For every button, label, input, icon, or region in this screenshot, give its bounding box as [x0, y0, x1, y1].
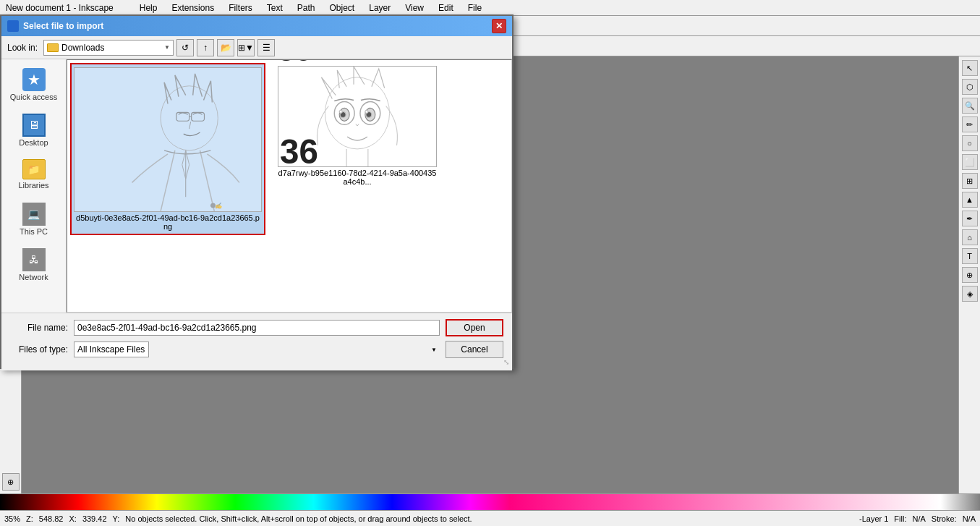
desktop-icon: 🖥	[22, 114, 46, 137]
z-label: Z:	[26, 514, 33, 523]
filetype-label: Files of type:	[10, 344, 68, 355]
rt-btn-6[interactable]: ⬜	[962, 154, 978, 170]
layer-name: -Layer 1	[859, 514, 888, 523]
y-status-label: Y:	[113, 514, 120, 523]
zoom-level: 35%	[4, 514, 20, 523]
filetype-row: Files of type: All Inkscape Files ▼ Canc…	[10, 341, 503, 358]
look-in-dropdown[interactable]: Downloads ▼	[43, 40, 174, 56]
select-arrow-icon: ▼	[431, 347, 437, 353]
file-item-2[interactable]: 36	[274, 63, 440, 235]
status-message: No objects selected. Click, Shift+click,…	[125, 514, 853, 523]
dialog-title-left: Select file to import	[7, 20, 103, 32]
dialog-sidebar: ★ Quick access 🖥 Desktop 📁 Libraries 💻 T…	[1, 59, 67, 313]
rt-btn-12[interactable]: ⊕	[962, 267, 978, 283]
nav-new-folder-button[interactable]: 📂	[217, 39, 234, 56]
right-toolbar: ↖ ⬡ 🔍 ✏ ○ ⬜ ⊞ ▲ ✒ ⌂ T ⊕ ◈	[958, 56, 980, 493]
menu-layer[interactable]: Layer	[366, 1, 393, 14]
app-title: New document 1 - Inkscape	[6, 3, 114, 13]
dialog-title: Select file to import	[23, 21, 103, 31]
rt-btn-9[interactable]: ✒	[962, 211, 978, 226]
menu-filters[interactable]: Filters	[226, 1, 255, 14]
nav-up-button[interactable]: ↑	[197, 39, 214, 56]
sidebar-label-desktop: Desktop	[19, 138, 48, 148]
menu-edit[interactable]: Edit	[435, 1, 456, 14]
filetype-select-wrapper: All Inkscape Files ▼	[74, 342, 440, 357]
dialog-titlebar: Select file to import ✕	[1, 16, 512, 36]
color-bar[interactable]	[0, 493, 980, 510]
svg-point-13	[339, 110, 342, 113]
rt-btn-4[interactable]: ✏	[962, 116, 978, 132]
rt-btn-11[interactable]: T	[962, 248, 978, 264]
file-dialog: Select file to import ✕ Look in: Downloa…	[0, 14, 514, 369]
menu-path[interactable]: Path	[294, 1, 318, 14]
svg-text:36: 36	[280, 132, 318, 166]
file-thumbnail-2: 36	[278, 66, 437, 167]
network-icon: 🖧	[22, 248, 46, 271]
menu-object[interactable]: Object	[327, 1, 358, 14]
filename-label: File name:	[10, 323, 68, 333]
menu-extensions[interactable]: Extensions	[169, 1, 217, 14]
sidebar-item-libraries[interactable]: 📁 Libraries	[5, 156, 63, 193]
file-label-2: d7a7rwy-b95e1160-78d2-4214-9a5a-400435a4…	[277, 169, 438, 186]
rt-btn-2[interactable]: ⬡	[962, 79, 978, 95]
this-pc-icon: 💻	[22, 203, 46, 226]
open-button[interactable]: Open	[446, 319, 503, 336]
file-item-1[interactable]: ©✍ d5buyti-0e3e8ac5-2f01-49ad-bc16-9a2cd…	[70, 63, 265, 235]
menu-help[interactable]: Help	[137, 1, 161, 14]
inkscape-background: New document 1 - Inkscape Help Extension…	[0, 0, 980, 526]
file-view[interactable]: ©✍ d5buyti-0e3e8ac5-2f01-49ad-bc16-9a2cd…	[67, 59, 512, 313]
dialog-toolbar: Look in: Downloads ▼ ↺ ↑ 📂 ⊞▼ ☰	[1, 36, 512, 59]
sidebar-item-this-pc[interactable]: 💻 This PC	[5, 200, 63, 239]
dialog-body: ★ Quick access 🖥 Desktop 📁 Libraries 💻 T…	[1, 59, 512, 313]
fill-label: Fill:	[894, 514, 906, 523]
fill-value: N/A	[912, 514, 925, 523]
folder-icon	[47, 43, 59, 52]
sidebar-label-network: Network	[19, 273, 48, 282]
dialog-close-button[interactable]: ✕	[492, 19, 506, 33]
file-thumbnail-1: ©✍	[74, 67, 262, 212]
dialog-bottom: File name: Open Files of type: All Inksc…	[1, 313, 512, 370]
status-bar: 35% Z: 548.82 X: 339.42 Y: No objects se…	[0, 510, 980, 526]
menubar: New document 1 - Inkscape Help Extension…	[0, 0, 980, 16]
sidebar-label-quick-access: Quick access	[10, 93, 57, 102]
nav-preview-button[interactable]: ☰	[257, 39, 275, 56]
filename-input[interactable]	[74, 320, 440, 336]
file-label-1: d5buyti-0e3e8ac5-2f01-49ad-bc16-9a2cd1a2…	[74, 213, 261, 231]
rt-btn-8[interactable]: ▲	[962, 192, 978, 208]
rt-btn-7[interactable]: ⊞	[962, 173, 978, 189]
dialog-app-icon	[7, 20, 19, 32]
dropdown-arrow-icon: ▼	[164, 44, 170, 51]
x-status-value: 339.42	[82, 514, 107, 523]
stroke-label: Stroke:	[932, 514, 957, 523]
libraries-icon: 📁	[22, 159, 46, 179]
tool-snap[interactable]: ⊕	[2, 473, 20, 491]
rt-btn-1[interactable]: ↖	[962, 60, 978, 76]
svg-text:©✍: ©✍	[210, 202, 223, 209]
rt-btn-10[interactable]: ⌂	[962, 229, 978, 245]
filetype-select[interactable]: All Inkscape Files	[74, 342, 149, 357]
nav-view-button[interactable]: ⊞▼	[237, 39, 255, 56]
rt-btn-13[interactable]: ◈	[962, 286, 978, 302]
rt-btn-3[interactable]: 🔍	[962, 98, 978, 114]
menu-file[interactable]: File	[465, 1, 485, 14]
sidebar-label-this-pc: This PC	[20, 227, 48, 237]
look-in-value: Downloads	[61, 43, 104, 53]
cancel-button[interactable]: Cancel	[446, 341, 503, 358]
anime-sketch-2: 36	[278, 67, 436, 167]
stroke-value: N/A	[963, 514, 976, 523]
x-status-label: X:	[69, 514, 76, 523]
menu-view[interactable]: View	[402, 1, 427, 14]
nav-back-button[interactable]: ↺	[176, 39, 194, 56]
sidebar-item-network[interactable]: 🖧 Network	[5, 245, 63, 285]
sidebar-item-quick-access[interactable]: ★ Quick access	[5, 65, 63, 105]
dialog-resize-handle[interactable]: ⤡	[500, 356, 512, 368]
filename-row: File name: Open	[10, 319, 503, 336]
rt-btn-5[interactable]: ○	[962, 135, 978, 151]
menu-text[interactable]: Text	[264, 1, 286, 14]
svg-point-14	[365, 110, 368, 113]
quick-access-icon: ★	[22, 68, 46, 91]
sidebar-label-libraries: Libraries	[18, 181, 48, 190]
look-in-label: Look in:	[7, 43, 38, 53]
anime-sketch-1: ©✍	[74, 68, 261, 211]
sidebar-item-desktop[interactable]: 🖥 Desktop	[5, 111, 63, 150]
